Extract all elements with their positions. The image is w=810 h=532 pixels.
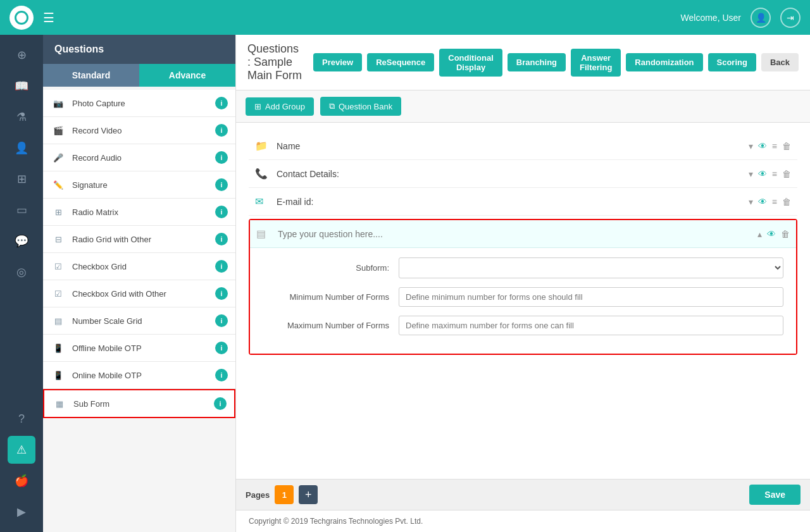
question-item-0[interactable]: 📷 Photo Capture i [43,90,235,117]
question-item-9[interactable]: 📱 Offline Mobile OTP i [43,335,235,362]
sidebar-item-filter[interactable]: ⚗ [8,103,35,131]
min-forms-input[interactable] [399,287,783,307]
eye-icon-name[interactable]: 👁 [758,141,767,151]
menu-icon-contact[interactable]: ≡ [772,169,777,179]
page-1-button[interactable]: 1 [275,485,294,504]
question-icon-7: ☑ [51,286,66,301]
sidebar-item-dashboard[interactable]: ⊕ [8,41,35,69]
subform-grid-icon: ▤ [256,228,271,240]
question-label-11: Sub Form [73,399,214,409]
trash-icon-subform[interactable]: 🗑 [781,229,790,239]
question-info-0[interactable]: i [215,97,228,109]
question-info-2[interactable]: i [215,151,228,164]
question-item-1[interactable]: 🎬 Record Video i [43,117,235,144]
question-info-8[interactable]: i [215,314,228,327]
question-item-10[interactable]: 📱 Online Mobile OTP i [43,362,235,389]
subform-question-input[interactable] [278,229,751,239]
question-label-9: Offline Mobile OTP [72,343,215,353]
question-label-3: Signature [72,180,215,190]
trash-icon-contact[interactable]: 🗑 [782,169,791,179]
sidebar-item-book[interactable]: 📖 [8,72,35,100]
question-icon-10: 📱 [51,368,66,383]
back-button[interactable]: Back [761,53,799,71]
eye-icon-contact[interactable]: 👁 [758,169,767,179]
sidebar-item-play[interactable]: ▶ [8,498,35,526]
question-info-3[interactable]: i [215,178,228,191]
question-item-6[interactable]: ☑ Checkbox Grid i [43,253,235,280]
welcome-text: Welcome, User [681,13,741,23]
question-item-5[interactable]: ⊟ Radio Grid with Other i [43,226,235,253]
question-icon-2: 🎤 [51,150,66,165]
subform-question-row: ▤ ▴ 👁 🗑 [250,220,796,248]
logo[interactable] [9,6,34,30]
sidebar-item-chat[interactable]: 💬 [8,227,35,255]
tab-standard[interactable]: Standard [43,64,139,87]
add-page-button[interactable]: + [299,485,318,504]
logout-icon[interactable]: ⇥ [780,8,801,28]
sidebar-item-help[interactable]: ? [8,405,35,433]
question-item-2[interactable]: 🎤 Record Audio i [43,144,235,171]
menu-icon-email[interactable]: ≡ [772,197,777,207]
question-info-11[interactable]: i [214,397,227,410]
scoring-button[interactable]: Scoring [708,53,756,71]
branching-button[interactable]: Branching [508,53,566,71]
question-item-8[interactable]: ▤ Number Scale Grid i [43,307,235,335]
chevron-down-icon-contact[interactable]: ▾ [749,169,753,179]
question-info-10[interactable]: i [215,369,228,381]
question-item-7[interactable]: ☑ Checkbox Grid with Other i [43,280,235,307]
tab-advance[interactable]: Advance [139,64,235,87]
max-forms-input[interactable] [399,316,783,335]
question-bank-button[interactable]: ⧉ Question Bank [320,97,401,116]
question-info-9[interactable]: i [215,342,228,354]
subform-field-row: Subform: [263,257,783,278]
question-info-7[interactable]: i [215,287,228,300]
question-icon-4: ⊞ [51,204,66,220]
bottom-bar: Pages 1 + Save [236,479,810,510]
question-info-6[interactable]: i [215,260,228,273]
save-button[interactable]: Save [749,485,801,505]
question-info-4[interactable]: i [215,206,228,218]
question-info-5[interactable]: i [215,233,228,245]
sidebar-item-alert[interactable]: ⚠ [8,436,35,464]
resequence-button[interactable]: ReSequence [367,53,434,71]
hamburger-menu[interactable]: ☰ [43,10,54,25]
subform-select[interactable] [399,257,783,278]
trash-icon-email[interactable]: 🗑 [782,197,791,207]
sidebar-item-circle[interactable]: ◎ [8,258,35,286]
menu-icon-name[interactable]: ≡ [772,141,777,151]
chevron-down-icon-email[interactable]: ▾ [749,197,753,207]
question-label-2: Record Audio [72,153,215,163]
chevron-up-icon-subform[interactable]: ▴ [757,229,762,239]
conditional-display-button[interactable]: Conditional Display [439,49,502,77]
question-icon-5: ⊟ [51,232,66,247]
subform-block: ▤ ▴ 👁 🗑 Subform: [249,219,797,355]
preview-button[interactable]: Preview [313,53,362,71]
question-label-6: Checkbox Grid [72,262,215,271]
randomization-button[interactable]: Randomization [626,53,702,71]
question-label-1: Record Video [72,126,215,135]
sidebar-item-tablet[interactable]: ▭ [8,196,35,224]
question-item-3[interactable]: ✏️ Signature i [43,171,235,199]
question-item-4[interactable]: ⊞ Radio Matrix i [43,199,235,226]
question-info-1[interactable]: i [215,124,228,137]
sidebar-item-layers[interactable]: ⊞ [8,165,35,193]
question-item-11[interactable]: ▦ Sub Form i [43,389,235,418]
question-icon-8: ▤ [51,313,66,328]
trash-icon-name[interactable]: 🗑 [782,141,791,151]
question-label-4: Radio Matrix [72,207,215,217]
chevron-down-icon-name[interactable]: ▾ [749,141,753,151]
question-icon-0: 📷 [51,96,66,111]
sidebar-item-user[interactable]: 👤 [8,134,35,162]
max-forms-row: Maximum Number of Forms [263,316,783,335]
form-row-contact: 📞 Contact Details: ▾ 👁 ≡ 🗑 [249,160,797,188]
user-icon[interactable]: 👤 [751,8,771,28]
sidebar-item-apple[interactable]: 🍎 [8,467,35,495]
folder-icon: 📁 [255,140,270,152]
question-icon-1: 🎬 [51,123,66,138]
tab-row: Standard Advance [43,64,235,87]
eye-icon-subform[interactable]: 👁 [767,229,776,239]
add-group-button[interactable]: ⊞ Add Group [246,97,314,116]
answer-filtering-button[interactable]: Answer Filtering [571,49,621,77]
eye-icon-email[interactable]: 👁 [758,197,767,207]
question-icon-6: ☑ [51,259,66,274]
